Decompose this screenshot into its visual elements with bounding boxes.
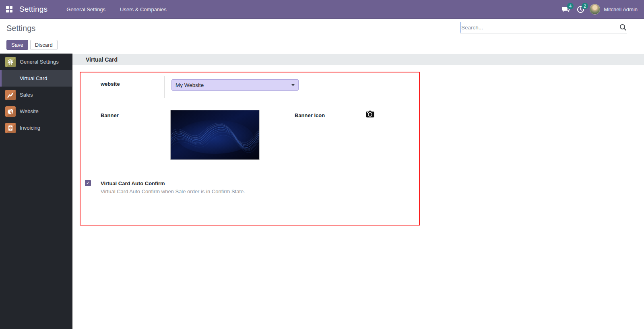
settings-app-window: Settings General Settings Users & Compan…	[0, 0, 644, 329]
banner-icon-field-label: Banner Icon	[295, 112, 325, 118]
caret-down-icon	[291, 84, 295, 86]
activities-badge: 2	[582, 3, 588, 9]
sidebar-item-sales[interactable]: Sales	[0, 87, 72, 103]
auto-confirm-checkbox[interactable]	[85, 180, 91, 186]
banner-field-label: Banner	[101, 112, 119, 118]
sidebar-item-label: Sales	[20, 92, 33, 98]
activities-button[interactable]: 2	[575, 4, 586, 14]
menu-general-settings[interactable]: General Settings	[60, 0, 112, 19]
page-title: Settings	[6, 24, 35, 33]
sidebar-item-label: Virtual Card	[20, 75, 47, 81]
user-avatar	[590, 4, 600, 14]
sidebar-item-virtual-card[interactable]: Virtual Card	[0, 70, 72, 87]
user-name: Mitchell Admin	[604, 6, 638, 12]
settings-sidebar: General Settings Virtual Card Sales	[0, 54, 72, 329]
auto-confirm-label[interactable]: Virtual Card Auto Confirm	[101, 180, 165, 186]
messages-badge: 4	[567, 3, 574, 9]
sidebar-item-label: General Settings	[20, 59, 59, 65]
website-field-label: website	[101, 81, 120, 87]
user-menu[interactable]: Mitchell Admin	[590, 4, 638, 14]
messages-button[interactable]: 4	[561, 4, 571, 14]
globe-icon	[5, 106, 16, 117]
section-title: Virtual Card	[86, 56, 118, 63]
sidebar-item-label: Invoicing	[20, 125, 40, 131]
website-select-value: My Website	[175, 82, 204, 88]
banner-image[interactable]	[170, 110, 260, 160]
search-icon[interactable]	[619, 24, 627, 31]
invoice-icon: $	[5, 123, 16, 133]
menu-users-companies[interactable]: Users & Companies	[113, 0, 173, 19]
pane-divider	[96, 178, 96, 197]
website-select[interactable]: My Website	[171, 79, 299, 91]
search-input[interactable]	[460, 22, 616, 33]
top-menu: General Settings Users & Companies	[60, 0, 173, 19]
control-panel: Settings Save Discard	[0, 19, 644, 54]
discard-button[interactable]: Discard	[30, 40, 58, 50]
apps-menu-button[interactable]	[0, 0, 19, 19]
line-chart-icon	[5, 90, 16, 100]
label-divider	[164, 76, 165, 98]
pane-divider	[96, 109, 96, 165]
main-content: Virtual Card website My Website Banner	[72, 54, 644, 329]
camera-icon[interactable]	[366, 110, 374, 119]
sidebar-item-invoicing[interactable]: $ Invoicing	[0, 120, 72, 136]
save-button[interactable]: Save	[6, 40, 28, 50]
gear-icon	[5, 57, 16, 67]
action-buttons: Save Discard	[6, 40, 58, 50]
sidebar-item-general-settings[interactable]: General Settings	[0, 54, 72, 70]
app-title: Settings	[19, 5, 47, 14]
top-navbar: Settings General Settings Users & Compan…	[0, 0, 644, 19]
sidebar-item-website[interactable]: Website	[0, 103, 72, 120]
auto-confirm-description: Virtual Card Auto Confirm when Sale orde…	[101, 188, 245, 195]
virtual-card-settings-highlight: website My Website Banner	[80, 72, 420, 226]
apps-grid-icon	[6, 6, 12, 12]
topbar-right: 4 2 Mitchell Admin	[561, 4, 644, 14]
pane-divider	[290, 109, 290, 131]
pane-divider	[96, 76, 96, 98]
sidebar-item-label: Website	[20, 108, 39, 114]
section-header: Virtual Card	[72, 54, 644, 65]
search-box	[460, 22, 627, 33]
